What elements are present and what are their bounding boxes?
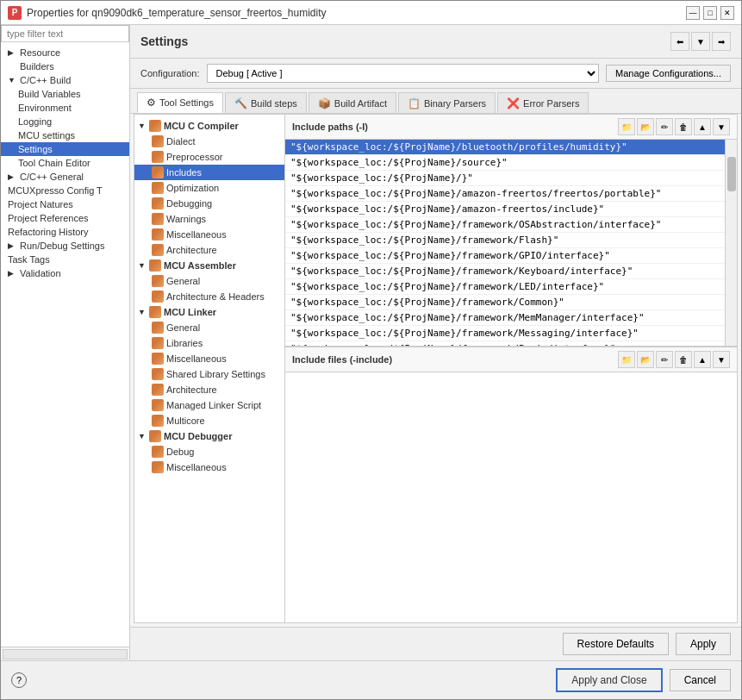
tab-build-artifact[interactable]: 📦 Build Artifact xyxy=(309,92,396,113)
apply-and-close-button[interactable]: Apply and Close xyxy=(556,668,662,692)
include-path-item[interactable]: "${workspace_loc:/${ProjName}/framework/… xyxy=(285,326,725,341)
tool-item-arch-headers[interactable]: Architecture & Headers xyxy=(134,289,284,304)
maximize-button[interactable]: □ xyxy=(703,6,717,20)
sidebar-item-run-debug[interactable]: ▶ Run/Debug Settings xyxy=(1,239,129,253)
sidebar-item-cpp-general[interactable]: ▶ C/C++ General xyxy=(1,170,129,184)
sidebar-item-project-natures[interactable]: Project Natures xyxy=(1,197,129,211)
dialect-icon xyxy=(152,135,164,147)
move-down-button[interactable]: ▼ xyxy=(713,118,730,135)
sidebar-item-validation[interactable]: ▶ Validation xyxy=(1,266,129,280)
delete-file-button[interactable]: 🗑 xyxy=(675,351,692,368)
move-file-down-button[interactable]: ▼ xyxy=(713,351,730,368)
include-path-item[interactable]: "${workspace_loc:/${ProjName}/framework/… xyxy=(285,295,725,310)
back-button[interactable]: ⬅ xyxy=(670,32,689,51)
include-path-item[interactable]: "${workspace_loc:/${ProjName}/amazon-fre… xyxy=(285,186,725,202)
include-path-item[interactable]: "${workspace_loc:/${ProjName}/framework/… xyxy=(285,341,725,346)
add-workspace-button[interactable]: 📂 xyxy=(637,118,654,135)
include-path-item[interactable]: "${workspace_loc:/${ProjName}/source}" xyxy=(285,155,725,171)
debug-icon xyxy=(152,446,164,458)
tab-error-parsers[interactable]: ❌ Error Parsers xyxy=(497,92,589,113)
include-path-item[interactable]: "${workspace_loc:/${ProjName}/framework/… xyxy=(285,310,725,326)
preprocessor-icon xyxy=(152,151,164,163)
sidebar-item-cpp-build[interactable]: ▼ C/C++ Build xyxy=(1,73,129,87)
edit-file-button[interactable]: ✏ xyxy=(656,351,673,368)
tool-group-mcu-c-compiler[interactable]: ▼ MCU C Compiler xyxy=(134,118,284,134)
filter-input[interactable] xyxy=(1,25,129,42)
tool-item-multicore[interactable]: Multicore xyxy=(134,413,284,428)
tab-label: Error Parsers xyxy=(523,98,579,109)
restore-defaults-button[interactable]: Restore Defaults xyxy=(563,633,669,655)
add-file-button[interactable]: 📁 xyxy=(618,351,635,368)
tool-item-preprocessor[interactable]: Preprocessor xyxy=(134,149,284,165)
tool-item-debugging[interactable]: Debugging xyxy=(134,196,284,211)
cancel-button[interactable]: Cancel xyxy=(670,669,731,691)
tool-item-label: Architecture xyxy=(166,245,217,255)
sidebar-item-label: MCUXpresso Config T xyxy=(8,185,103,196)
sidebar-item-task-tags[interactable]: Task Tags xyxy=(1,253,129,266)
tool-item-label: Debug xyxy=(166,447,194,457)
sidebar-item-label: Project References xyxy=(8,213,89,223)
debugging-icon xyxy=(152,197,164,209)
tool-item-includes[interactable]: Includes xyxy=(134,165,284,180)
help-button[interactable]: ? xyxy=(11,672,27,688)
tool-group-mcu-linker[interactable]: ▼ MCU Linker xyxy=(134,304,284,320)
minimize-button[interactable]: — xyxy=(686,6,700,20)
forward-button[interactable]: ➡ xyxy=(712,32,731,51)
tab-binary-parsers[interactable]: 📋 Binary Parsers xyxy=(398,92,496,113)
move-file-up-button[interactable]: ▲ xyxy=(694,351,711,368)
sidebar-item-project-references[interactable]: Project References xyxy=(1,211,129,225)
sidebar-item-build-variables[interactable]: Build Variables xyxy=(1,87,129,101)
include-path-item[interactable]: "${workspace_loc:/${ProjName}/framework/… xyxy=(285,279,725,295)
build-steps-icon: 🔨 xyxy=(234,97,247,109)
shared-lib-icon xyxy=(152,368,164,380)
include-path-item[interactable]: "${workspace_loc:/${ProjName}/framework/… xyxy=(285,233,725,248)
sidebar-item-logging[interactable]: Logging xyxy=(1,115,129,128)
tool-item-general-link[interactable]: General xyxy=(134,320,284,335)
nav-dropdown-button[interactable]: ▼ xyxy=(691,32,710,51)
include-path-item[interactable]: "${workspace_loc:/${ProjName}/amazon-fre… xyxy=(285,202,725,217)
tool-item-architecture-link[interactable]: Architecture xyxy=(134,382,284,397)
tool-item-misc-debug[interactable]: Miscellaneous xyxy=(134,459,284,475)
include-path-item[interactable]: "${workspace_loc:/${ProjName}/bluetooth/… xyxy=(285,140,725,155)
include-path-item[interactable]: "${workspace_loc:/${ProjName}/framework/… xyxy=(285,217,725,233)
horizontal-scrollbar[interactable] xyxy=(1,647,129,660)
add-workspace-file-button[interactable]: 📂 xyxy=(637,351,654,368)
edit-path-button[interactable]: ✏ xyxy=(656,118,673,135)
apply-button[interactable]: Apply xyxy=(676,633,731,655)
tool-item-debug[interactable]: Debug xyxy=(134,444,284,459)
sidebar-item-refactoring[interactable]: Refactoring History xyxy=(1,225,129,239)
sidebar-item-environment[interactable]: Environment xyxy=(1,101,129,115)
tool-item-miscellaneous[interactable]: Miscellaneous xyxy=(134,227,284,242)
include-paths-scrollbar[interactable] xyxy=(725,140,737,346)
close-button[interactable]: ✕ xyxy=(720,6,734,20)
tool-item-warnings[interactable]: Warnings xyxy=(134,211,284,227)
configuration-select[interactable]: Debug [ Active ] xyxy=(207,64,600,83)
move-up-button[interactable]: ▲ xyxy=(694,118,711,135)
tool-item-shared-library[interactable]: Shared Library Settings xyxy=(134,366,284,382)
manage-configurations-button[interactable]: Manage Configurations... xyxy=(606,65,731,82)
tool-item-managed-linker[interactable]: Managed Linker Script xyxy=(134,397,284,413)
tool-item-optimization[interactable]: Optimization xyxy=(134,180,284,196)
include-path-item[interactable]: "${workspace_loc:/${ProjName}/framework/… xyxy=(285,248,725,264)
add-path-button[interactable]: 📁 xyxy=(618,118,635,135)
sidebar-item-builders[interactable]: Builders xyxy=(1,59,129,73)
tab-tool-settings[interactable]: ⚙ Tool Settings xyxy=(137,92,223,113)
tool-item-miscellaneous-link[interactable]: Miscellaneous xyxy=(134,351,284,366)
sidebar-item-tool-chain-editor[interactable]: Tool Chain Editor xyxy=(1,156,129,170)
include-path-item[interactable]: "${workspace_loc:/${ProjName}/framework/… xyxy=(285,264,725,279)
include-path-item[interactable]: "${workspace_loc:/${ProjName}/}" xyxy=(285,171,725,186)
tool-item-label: Includes xyxy=(166,167,202,178)
tool-group-mcu-assembler[interactable]: ▼ MCU Assembler xyxy=(134,258,284,273)
delete-path-button[interactable]: 🗑 xyxy=(675,118,692,135)
tool-group-mcu-debugger[interactable]: ▼ MCU Debugger xyxy=(134,428,284,444)
tool-item-architecture[interactable]: Architecture xyxy=(134,242,284,258)
tab-label: Build steps xyxy=(251,98,297,109)
sidebar-item-resource[interactable]: ▶ Resource xyxy=(1,46,129,59)
tool-item-dialect[interactable]: Dialect xyxy=(134,134,284,149)
tab-build-steps[interactable]: 🔨 Build steps xyxy=(225,92,307,113)
sidebar-item-mcu-settings[interactable]: MCU settings xyxy=(1,128,129,142)
tool-item-libraries[interactable]: Libraries xyxy=(134,335,284,351)
sidebar-item-mcuxpresso[interactable]: MCUXpresso Config T xyxy=(1,184,129,197)
tool-item-general-asm[interactable]: General xyxy=(134,273,284,289)
sidebar-item-settings[interactable]: Settings xyxy=(1,142,129,156)
